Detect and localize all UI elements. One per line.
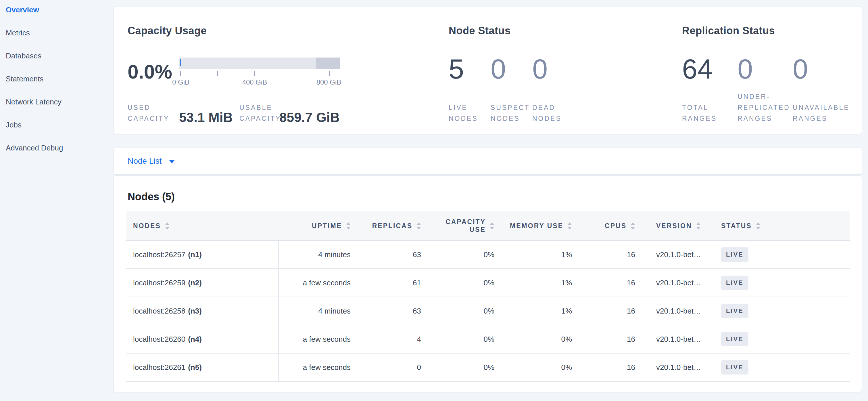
version-cell: v20.1.0-bet… xyxy=(645,241,711,268)
replicas-cell: 0 xyxy=(359,353,430,381)
sidebar-item-databases[interactable]: Databases xyxy=(6,52,109,75)
suspect-nodes-label: SUSPECT NODES xyxy=(491,102,530,124)
table-row-n4[interactable]: localhost:26260(n4) a few seconds 4 0% 0… xyxy=(126,325,850,353)
status-cell: LIVE xyxy=(711,325,850,353)
status-cell: LIVE xyxy=(711,269,850,296)
uptime-cell: 4 minutes xyxy=(279,241,359,268)
capacity-bar-dark-segment xyxy=(316,58,340,69)
axis-label-800: 800 GiB xyxy=(316,78,341,86)
cpus-cell: 16 xyxy=(582,353,645,381)
unavailable-ranges-count: 0 xyxy=(793,55,808,83)
version-cell: v20.1.0-bet… xyxy=(645,297,711,325)
status-badge: LIVE xyxy=(721,332,748,346)
node-list-dropdown[interactable]: Node List xyxy=(128,156,175,166)
suspect-nodes-count: 0 xyxy=(491,55,506,83)
sidebar-item-overview[interactable]: Overview xyxy=(6,5,109,28)
cpus-cell: 16 xyxy=(582,325,645,353)
header-capacity-use[interactable]: CAPACITY USE xyxy=(430,211,504,240)
node-list-dropdown-label: Node List xyxy=(128,156,161,166)
header-cpus[interactable]: CPUS xyxy=(582,211,645,240)
sidebar-item-statements[interactable]: Statements xyxy=(6,75,109,97)
status-badge: LIVE xyxy=(721,276,748,290)
nodes-table-card: Nodes (5) NODES UPTIME REPLICAS CAPACITY… xyxy=(114,175,862,392)
nodes-table: NODES UPTIME REPLICAS CAPACITY USE MEMOR… xyxy=(126,211,850,382)
uptime-cell: a few seconds xyxy=(279,269,359,296)
node-address-cell: localhost:26258(n3) xyxy=(126,297,279,325)
sort-icon xyxy=(416,222,421,230)
header-status[interactable]: STATUS xyxy=(711,211,850,240)
axis-label-400: 400 GiB xyxy=(242,78,267,86)
memory-use-cell: 1% xyxy=(504,297,582,325)
status-badge: LIVE xyxy=(721,248,748,262)
version-cell: v20.1.0-bet… xyxy=(645,269,711,296)
used-capacity-value: 53.1 MiB xyxy=(179,110,233,125)
capacity-bar-used-segment xyxy=(180,59,181,66)
replicas-cell: 4 xyxy=(359,325,430,353)
capacity-use-cell: 0% xyxy=(430,241,504,268)
node-address-cell: localhost:26261(n5) xyxy=(126,353,279,381)
memory-use-cell: 0% xyxy=(504,325,582,353)
table-header-row: NODES UPTIME REPLICAS CAPACITY USE MEMOR… xyxy=(126,211,850,241)
uptime-cell: a few seconds xyxy=(279,353,359,381)
usable-capacity-value: 859.7 GiB xyxy=(279,110,340,125)
cluster-overview-page: Overview Metrics Databases Statements Ne… xyxy=(0,0,868,401)
capacity-use-cell: 0% xyxy=(430,297,504,325)
node-list-bar: Node List xyxy=(114,148,862,175)
status-cell: LIVE xyxy=(711,297,850,325)
axis-tick xyxy=(180,71,181,76)
axis-tick xyxy=(254,71,255,76)
table-row-n5[interactable]: localhost:26261(n5) a few seconds 0 0% 0… xyxy=(126,353,850,382)
sort-icon xyxy=(567,222,572,230)
unavailable-ranges-label: UNAVAILABLE RANGES xyxy=(793,102,849,124)
used-capacity-label: USED CAPACITY xyxy=(128,102,169,124)
header-replicas[interactable]: REPLICAS xyxy=(359,211,430,240)
under-replicated-ranges-label: UNDER- REPLICATED RANGES xyxy=(738,91,790,124)
header-nodes[interactable]: NODES xyxy=(126,211,279,240)
sort-icon xyxy=(165,222,169,230)
cluster-summary-card: Capacity Usage 0.0% 0 GiB 400 GiB 800 Gi… xyxy=(114,7,862,134)
usable-capacity-label: USABLE CAPACITY xyxy=(240,102,281,124)
replicas-cell: 63 xyxy=(359,241,430,268)
status-badge: LIVE xyxy=(721,304,748,318)
live-nodes-count: 5 xyxy=(449,55,464,83)
capacity-use-cell: 0% xyxy=(430,269,504,296)
sort-icon xyxy=(346,222,351,230)
capacity-usage-title: Capacity Usage xyxy=(128,25,207,37)
sort-icon xyxy=(696,222,701,230)
status-cell: LIVE xyxy=(711,353,850,381)
sidebar-item-jobs[interactable]: Jobs xyxy=(6,120,109,144)
total-ranges-count: 64 xyxy=(682,55,713,83)
sort-icon xyxy=(630,222,635,230)
dead-nodes-label: DEAD NODES xyxy=(532,102,562,124)
capacity-use-cell: 0% xyxy=(430,325,504,353)
memory-use-cell: 0% xyxy=(504,353,582,381)
status-badge: LIVE xyxy=(721,360,748,375)
node-address-cell: localhost:26259(n2) xyxy=(126,269,279,296)
table-row-n2[interactable]: localhost:26259(n2) a few seconds 61 0% … xyxy=(126,269,850,297)
axis-tick xyxy=(329,71,330,76)
replicas-cell: 63 xyxy=(359,297,430,325)
header-version[interactable]: VERSION xyxy=(645,211,711,240)
status-cell: LIVE xyxy=(711,241,850,268)
header-memory-use[interactable]: MEMORY USE xyxy=(504,211,582,240)
sidebar-item-advanced-debug[interactable]: Advanced Debug xyxy=(6,144,109,167)
memory-use-cell: 1% xyxy=(504,241,582,268)
sidebar-item-metrics[interactable]: Metrics xyxy=(6,28,109,52)
sidebar-item-network-latency[interactable]: Network Latency xyxy=(6,97,109,120)
capacity-usage-bar xyxy=(179,58,340,69)
capacity-used-percent: 0.0% xyxy=(128,60,172,83)
sort-icon xyxy=(490,222,494,230)
axis-tick xyxy=(217,71,218,76)
dead-nodes-count: 0 xyxy=(532,55,548,83)
cpus-cell: 16 xyxy=(582,297,645,325)
table-row-n3[interactable]: localhost:26258(n3) 4 minutes 63 0% 1% 1… xyxy=(126,297,850,325)
capacity-use-cell: 0% xyxy=(430,353,504,381)
axis-tick xyxy=(292,71,292,76)
sidebar: Overview Metrics Databases Statements Ne… xyxy=(6,5,109,167)
header-uptime[interactable]: UPTIME xyxy=(279,211,359,240)
node-status-title: Node Status xyxy=(449,25,511,37)
node-address-cell: localhost:26260(n4) xyxy=(126,325,279,353)
version-cell: v20.1.0-bet… xyxy=(645,325,711,353)
total-ranges-label: TOTAL RANGES xyxy=(682,102,717,124)
table-row-n1[interactable]: localhost:26257(n1) 4 minutes 63 0% 1% 1… xyxy=(126,241,850,269)
